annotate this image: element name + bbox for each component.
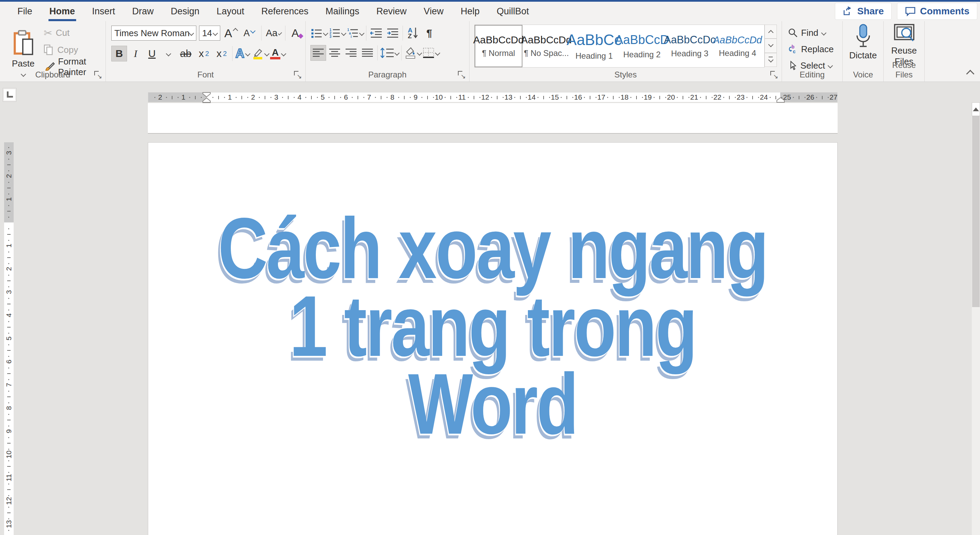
change-case-button[interactable]: Aa: [265, 25, 281, 41]
superscript-button[interactable]: x2: [213, 46, 230, 62]
tab-view[interactable]: View: [415, 2, 452, 21]
multilevel-list-button[interactable]: 1 a i: [347, 25, 364, 41]
font-group-label: Font: [106, 70, 305, 79]
styles-dialog-launcher-icon[interactable]: [770, 71, 778, 79]
tab-design[interactable]: Design: [162, 2, 208, 21]
styles-scroll-up-button[interactable]: [765, 25, 777, 38]
font-color-button[interactable]: A: [270, 46, 286, 62]
vertical-ruler[interactable]: 32112345678910111213: [4, 142, 14, 535]
font-size-dropdown-icon[interactable]: [213, 30, 218, 36]
tab-review[interactable]: Review: [368, 2, 415, 21]
align-left-button[interactable]: [310, 45, 326, 61]
font-family-combo[interactable]: Times New Roman: [111, 25, 196, 41]
tab-insert[interactable]: Insert: [84, 2, 124, 21]
style-heading-1[interactable]: AaBbCc Heading 1: [570, 25, 618, 67]
decrease-indent-button[interactable]: [368, 25, 384, 41]
ruler-tick: [7, 350, 11, 351]
find-button[interactable]: Find: [788, 25, 842, 40]
ruler-number: 19: [641, 92, 655, 102]
underline-dropdown[interactable]: [161, 46, 176, 62]
style-heading-2[interactable]: AaBbCcD Heading 2: [618, 25, 666, 67]
strikethrough-button[interactable]: ab: [177, 46, 195, 62]
clear-formatting-button[interactable]: A ◆: [290, 25, 305, 41]
clipboard-dialog-launcher-icon[interactable]: [94, 71, 102, 79]
tab-stop-selector[interactable]: [3, 88, 16, 102]
cut-label: Cut: [56, 28, 69, 38]
text-effects-button[interactable]: A: [235, 46, 250, 62]
tab-help[interactable]: Help: [452, 2, 488, 21]
share-button[interactable]: Share: [835, 3, 892, 20]
ruler-tick: [265, 96, 265, 99]
tab-file[interactable]: File: [9, 2, 41, 21]
page[interactable]: Cách xoay ngang 1 trang trong Word: [148, 142, 838, 535]
sort-button[interactable]: A Z: [405, 25, 421, 41]
ruler-tick: [172, 96, 172, 99]
style-heading-3[interactable]: AaBbCcDc Heading 3: [666, 25, 714, 67]
underline-button[interactable]: U: [144, 46, 160, 62]
ruler-number: 16: [571, 92, 585, 102]
decrease-indent-icon: [370, 28, 382, 38]
replace-button[interactable]: b c Replace: [788, 41, 842, 57]
align-right-button[interactable]: [343, 45, 359, 61]
borders-button[interactable]: [422, 45, 440, 61]
increase-indent-button[interactable]: [385, 25, 401, 41]
cut-button[interactable]: ✂ Cut: [44, 25, 105, 40]
styles-scroll-down-button[interactable]: [765, 38, 777, 52]
bold-button[interactable]: B: [111, 46, 127, 62]
justify-button[interactable]: [360, 45, 375, 61]
paragraph-dialog-launcher-icon[interactable]: [458, 71, 466, 79]
style-heading-4[interactable]: AaBbCcDd Heading 4: [714, 25, 762, 67]
ruler-tick: [770, 97, 771, 98]
highlight-color-icon: [251, 48, 264, 60]
font-dialog-launcher-icon[interactable]: [294, 71, 302, 79]
grow-font-button[interactable]: A: [223, 25, 239, 41]
horizontal-ruler[interactable]: 2112345678910111213141516171819202122232…: [148, 92, 838, 102]
italic-button[interactable]: I: [128, 46, 143, 62]
dictate-button[interactable]: Dictate: [843, 24, 883, 61]
line-spacing-button[interactable]: [380, 45, 399, 61]
ruler-tick: [822, 96, 822, 99]
comments-label: Comments: [920, 6, 969, 17]
copy-icon: [44, 44, 54, 55]
ruler-tick: [375, 97, 376, 98]
scrollbar-thumb[interactable]: [972, 116, 980, 307]
right-indent-marker[interactable]: [776, 97, 785, 103]
scroll-up-button[interactable]: [972, 102, 980, 116]
bullets-button[interactable]: [310, 25, 328, 41]
title-line-1[interactable]: Cách xoay ngang: [217, 210, 768, 287]
highlight-color-button[interactable]: [251, 46, 269, 62]
font-size-combo[interactable]: 14: [199, 25, 220, 41]
tab-mailings[interactable]: Mailings: [317, 2, 368, 21]
title-line-2[interactable]: 1 trang trong Word: [217, 287, 768, 443]
show-formatting-button[interactable]: ¶: [422, 25, 437, 41]
style-normal[interactable]: AaBbCcDd ¶ Normal: [475, 25, 522, 67]
ruler-tick: [8, 182, 9, 183]
styles-gallery-expand-button[interactable]: [765, 53, 777, 67]
numbering-button[interactable]: 1 2 3: [328, 25, 346, 41]
ruler-tick: [8, 530, 9, 531]
font-family-dropdown-icon[interactable]: [189, 30, 194, 36]
ribbon: Paste ✂ Cut Copy: [0, 21, 980, 82]
previous-page-bottom[interactable]: [148, 103, 838, 134]
borders-icon: [423, 48, 434, 58]
collapse-ribbon-button[interactable]: [967, 71, 973, 78]
group-styles: AaBbCcDd ¶ Normal AaBbCcDd ¶ No Spac... …: [469, 21, 782, 81]
style-no-spacing[interactable]: AaBbCcDd ¶ No Spac...: [522, 25, 570, 67]
tab-references[interactable]: References: [253, 2, 317, 21]
tab-layout[interactable]: Layout: [208, 2, 253, 21]
ruler-tick: [8, 159, 9, 160]
tab-home[interactable]: Home: [41, 2, 84, 21]
vertical-scrollbar[interactable]: [972, 102, 980, 535]
tab-draw[interactable]: Draw: [124, 2, 162, 21]
copy-button[interactable]: Copy: [44, 42, 105, 57]
replace-icon: b c: [788, 44, 798, 54]
comments-button[interactable]: Comments: [897, 3, 977, 20]
shrink-font-button[interactable]: A: [242, 25, 257, 41]
ruler-number: 13: [2, 517, 16, 531]
shading-button[interactable]: [404, 45, 422, 61]
document-title[interactable]: Cách xoay ngang 1 trang trong Word: [217, 210, 768, 443]
subscript-button[interactable]: x2: [195, 46, 212, 62]
text-effects-icon: A: [235, 46, 245, 61]
tab-quillbot[interactable]: QuillBot: [488, 2, 538, 21]
align-center-button[interactable]: [327, 45, 342, 61]
